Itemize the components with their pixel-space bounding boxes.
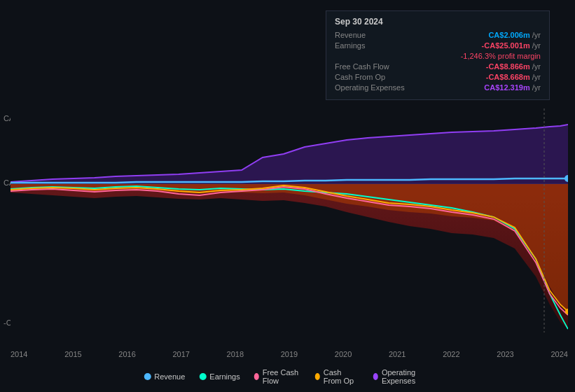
tooltip-value-cashfromop: -CA$8.668m /yr	[486, 73, 541, 81]
tooltip-subrow-margin: -1,246.3% profit margin	[335, 52, 541, 60]
tooltip-value-revenue: CA$2.006m /yr	[488, 31, 541, 39]
x-label-2014: 2014	[11, 350, 27, 358]
x-label-2017: 2017	[172, 350, 189, 358]
tooltip-label-revenue: Revenue	[335, 31, 412, 39]
tooltip-label-cashfromop: Cash From Op	[335, 73, 412, 81]
tooltip-value-earnings: -CA$25.001m /yr	[482, 41, 541, 50]
x-axis: 2014 2015 2016 2017 2018 2019 2020 2021 …	[11, 350, 568, 358]
x-label-2019: 2019	[281, 350, 298, 358]
legend-label-revenue: Revenue	[154, 372, 185, 381]
x-label-2022: 2022	[443, 350, 459, 358]
chart-legend: Revenue Earnings Free Cash Flow Cash Fro…	[144, 368, 431, 385]
x-label-2016: 2016	[118, 350, 135, 358]
tooltip-value-fcf: -CA$8.866m /yr	[486, 62, 541, 71]
legend-item-cashfromop: Cash From Op	[315, 368, 359, 385]
legend-item-opex: Operating Expenses	[373, 368, 431, 385]
tooltip-value-opex: CA$12.319m /yr	[484, 83, 541, 92]
legend-dot-revenue	[144, 373, 151, 380]
legend-dot-opex	[373, 373, 378, 380]
x-label-2018: 2018	[227, 350, 244, 358]
tooltip-panel: Sep 30 2024 Revenue CA$2.006m /yr Earnin…	[326, 10, 550, 100]
tooltip-row-earnings: Earnings -CA$25.001m /yr	[335, 41, 541, 50]
x-label-2020: 2020	[335, 350, 352, 358]
tooltip-margin-text: -1,246.3% profit margin	[461, 52, 541, 60]
legend-label-fcf: Free Cash Flow	[263, 368, 301, 385]
tooltip-label-fcf: Free Cash Flow	[335, 62, 412, 71]
legend-label-earnings: Earnings	[209, 372, 240, 381]
tooltip-row-opex: Operating Expenses CA$12.319m /yr	[335, 83, 541, 92]
legend-dot-earnings	[199, 373, 206, 380]
tooltip-row-cashfromop: Cash From Op -CA$8.668m /yr	[335, 73, 541, 81]
legend-dot-cashfromop	[315, 373, 320, 380]
legend-dot-fcf	[254, 373, 259, 380]
legend-label-cashfromop: Cash From Op	[324, 368, 359, 385]
tooltip-row-revenue: Revenue CA$2.006m /yr	[335, 31, 541, 39]
x-label-2024: 2024	[550, 350, 567, 358]
tooltip-date: Sep 30 2024	[335, 17, 541, 27]
legend-item-revenue: Revenue	[144, 372, 185, 381]
x-label-2015: 2015	[64, 350, 81, 358]
x-label-2023: 2023	[497, 350, 513, 358]
legend-item-fcf: Free Cash Flow	[254, 368, 301, 385]
x-label-2021: 2021	[389, 350, 406, 358]
tooltip-label-earnings: Earnings	[335, 41, 412, 50]
tooltip-label-opex: Operating Expenses	[335, 83, 412, 92]
chart-svg	[11, 108, 568, 332]
tooltip-row-fcf: Free Cash Flow -CA$8.866m /yr	[335, 62, 541, 71]
legend-label-opex: Operating Expenses	[382, 368, 431, 385]
legend-item-earnings: Earnings	[199, 372, 240, 381]
